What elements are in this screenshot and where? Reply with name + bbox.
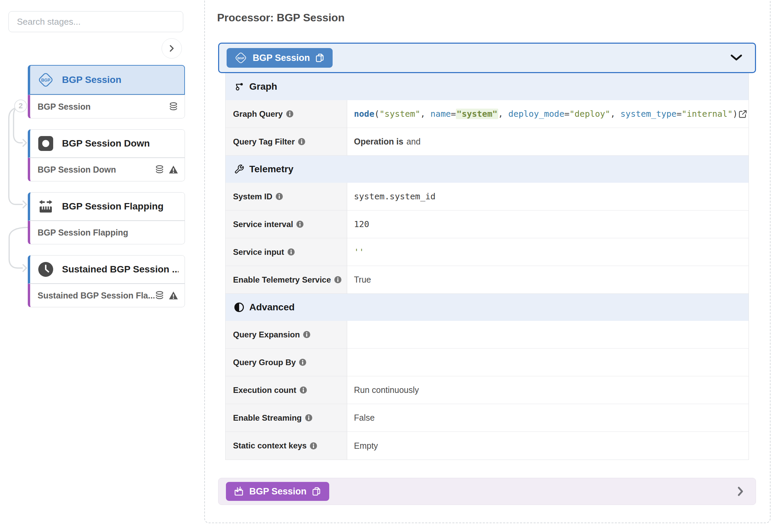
sidebar-stage-bgp-session-down[interactable]: BGP Session Down bbox=[28, 129, 185, 158]
property-label: Query Group By bbox=[233, 358, 296, 367]
stage-output-label: BGP Session bbox=[38, 102, 168, 112]
sidebar-stage-bgp-session[interactable]: BGP BGP Session bbox=[28, 65, 185, 95]
page-title: Processor: BGP Session bbox=[217, 12, 344, 24]
property-label: Service input bbox=[233, 247, 284, 257]
copy-icon[interactable] bbox=[312, 486, 322, 496]
section-header-graph: Graph bbox=[226, 73, 749, 100]
stage-output-icon bbox=[233, 486, 244, 497]
anomaly-circle-icon bbox=[37, 135, 55, 152]
section-title: Telemetry bbox=[249, 164, 293, 175]
section-title: Graph bbox=[249, 81, 277, 92]
graph-icon bbox=[234, 82, 244, 92]
info-icon[interactable] bbox=[275, 193, 283, 200]
section-header-telemetry: Telemetry bbox=[226, 156, 749, 183]
property-value-operation: Operation is bbox=[354, 137, 403, 147]
property-label: Service interval bbox=[233, 220, 293, 229]
stage-output-label: BGP Session Flapping bbox=[38, 228, 178, 238]
range-flapping-icon bbox=[37, 198, 55, 215]
property-label: Query Tag Filter bbox=[233, 137, 295, 147]
output-stage-chip[interactable]: BGP Session bbox=[226, 482, 329, 501]
info-icon[interactable] bbox=[299, 386, 307, 394]
sidebar-stage-output-bgp-session-down[interactable]: BGP Session Down bbox=[28, 158, 185, 181]
section-header-advanced: Advanced bbox=[226, 294, 749, 321]
info-icon[interactable] bbox=[286, 110, 294, 118]
output-stage-row[interactable]: BGP Session bbox=[218, 478, 756, 505]
row-enable-telemetry-service: Enable Telemetry Service True bbox=[226, 266, 749, 294]
warning-icon bbox=[168, 164, 178, 175]
bgp-diamond-icon: BGP bbox=[234, 51, 248, 65]
connector-count-badge: 2 bbox=[14, 99, 27, 112]
property-label: System ID bbox=[233, 192, 272, 201]
clock-icon bbox=[37, 261, 55, 278]
property-value: Run continuously bbox=[354, 385, 419, 395]
property-value: False bbox=[354, 413, 375, 423]
sidebar-stage-output-bgp-session[interactable]: BGP Session bbox=[28, 95, 185, 118]
probe-processor-screen: 2 BGP BGP Session BGP Session bbox=[0, 0, 777, 532]
graph-query-code: node("system", name="system", deploy_mod… bbox=[354, 109, 738, 119]
row-system-id: System ID system.system_id bbox=[226, 183, 749, 210]
chevron-down-icon[interactable] bbox=[731, 54, 742, 61]
contrast-icon bbox=[234, 302, 244, 312]
processor-header[interactable]: BGP BGP Session bbox=[218, 43, 756, 73]
info-icon[interactable] bbox=[305, 414, 313, 422]
property-label: Enable Streaming bbox=[233, 413, 302, 423]
info-icon[interactable] bbox=[298, 138, 306, 146]
chevron-right-icon[interactable] bbox=[737, 486, 743, 496]
row-query-group-by: Query Group By bbox=[226, 349, 749, 376]
stage-output-label: BGP Session Down bbox=[38, 165, 154, 175]
property-value: and bbox=[406, 137, 421, 147]
database-icon bbox=[154, 164, 165, 175]
property-label: Enable Telemetry Service bbox=[233, 275, 331, 285]
database-icon bbox=[168, 102, 178, 112]
external-link-icon[interactable] bbox=[738, 109, 748, 119]
info-icon[interactable] bbox=[334, 276, 342, 284]
info-icon[interactable] bbox=[299, 358, 307, 366]
info-icon[interactable] bbox=[303, 331, 311, 338]
processor-chip-label: BGP Session bbox=[253, 53, 310, 63]
property-label: Static context keys bbox=[233, 441, 307, 450]
sidebar-stage-bgp-session-flapping[interactable]: BGP Session Flapping bbox=[28, 192, 185, 221]
warning-icon bbox=[168, 290, 178, 301]
stage-title: BGP Session Flapping bbox=[62, 201, 164, 212]
database-icon bbox=[154, 290, 165, 301]
info-icon[interactable] bbox=[296, 220, 304, 228]
sidebar-stage-sustained-bgp-session[interactable]: Sustained BGP Session ... bbox=[28, 255, 185, 284]
property-value: '' bbox=[354, 247, 364, 257]
row-query-expansion: Query Expansion bbox=[226, 321, 749, 349]
stage-output-label: Sustained BGP Session Fla... bbox=[38, 291, 154, 301]
output-chip-label: BGP Session bbox=[249, 486, 307, 497]
sidebar-stage-output-sustained-bgp-session[interactable]: Sustained BGP Session Fla... bbox=[28, 284, 185, 307]
svg-text:BGP: BGP bbox=[41, 78, 50, 83]
processor-properties: Graph Graph Query node("system", name="s… bbox=[225, 73, 749, 460]
copy-icon[interactable] bbox=[315, 53, 325, 63]
property-value: system.system_id bbox=[354, 192, 436, 201]
property-value: True bbox=[354, 275, 371, 285]
row-execution-count: Execution count Run continuously bbox=[226, 376, 749, 404]
stage-title: Sustained BGP Session ... bbox=[62, 264, 178, 275]
stage-title: BGP Session Down bbox=[62, 138, 150, 149]
property-value: 120 bbox=[354, 219, 369, 229]
property-value: Empty bbox=[354, 441, 378, 451]
wrench-icon bbox=[234, 164, 244, 174]
row-service-interval: Service interval 120 bbox=[226, 210, 749, 238]
row-service-input: Service input '' bbox=[226, 238, 749, 266]
stage-title: BGP Session bbox=[62, 74, 121, 85]
bgp-diamond-icon: BGP bbox=[37, 71, 55, 89]
processor-chip[interactable]: BGP BGP Session bbox=[227, 48, 333, 68]
row-graph-query: Graph Query node("system", name="system"… bbox=[226, 100, 749, 128]
svg-text:BGP: BGP bbox=[237, 56, 245, 60]
property-label: Execution count bbox=[233, 385, 296, 395]
property-label: Query Expansion bbox=[233, 330, 300, 339]
row-query-tag-filter: Query Tag Filter Operation is and bbox=[226, 128, 749, 156]
row-static-context-keys: Static context keys Empty bbox=[226, 432, 749, 460]
info-icon[interactable] bbox=[310, 442, 317, 450]
section-title: Advanced bbox=[249, 302, 295, 313]
sidebar-stage-output-bgp-session-flapping[interactable]: BGP Session Flapping bbox=[28, 221, 185, 244]
property-label: Graph Query bbox=[233, 109, 283, 119]
row-enable-streaming: Enable Streaming False bbox=[226, 404, 749, 432]
info-icon[interactable] bbox=[287, 248, 295, 256]
